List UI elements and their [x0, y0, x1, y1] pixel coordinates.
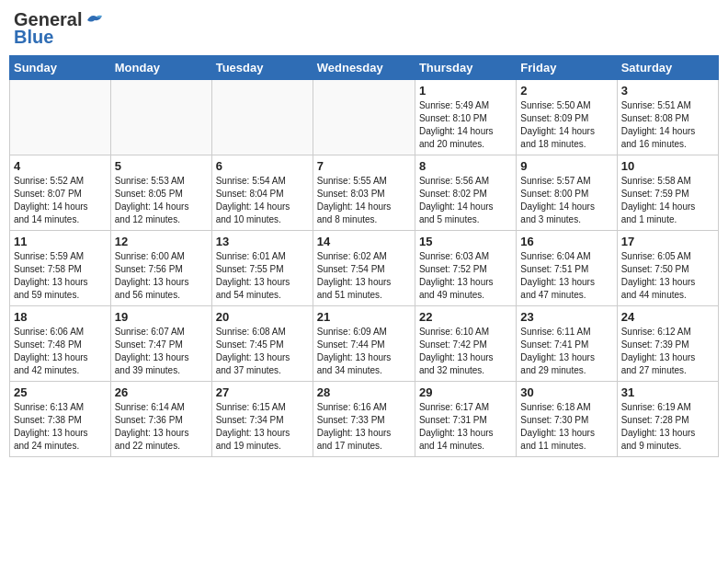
day-number: 20	[216, 310, 309, 324]
calendar-empty-cell	[110, 80, 211, 155]
calendar-day-9: 9Sunrise: 5:57 AM Sunset: 8:00 PM Daylig…	[517, 155, 617, 231]
day-number: 8	[419, 159, 512, 173]
day-number: 26	[115, 385, 208, 399]
calendar-day-15: 15Sunrise: 6:03 AM Sunset: 7:52 PM Dayli…	[415, 231, 516, 306]
day-info: Sunrise: 5:49 AM Sunset: 8:10 PM Dayligh…	[419, 99, 512, 151]
day-number: 18	[14, 310, 107, 324]
day-info: Sunrise: 6:16 AM Sunset: 7:33 PM Dayligh…	[317, 401, 411, 453]
day-info: Sunrise: 6:09 AM Sunset: 7:44 PM Dayligh…	[317, 326, 411, 377]
day-number: 27	[216, 385, 309, 399]
calendar-day-23: 23Sunrise: 6:11 AM Sunset: 7:41 PM Dayli…	[517, 306, 617, 382]
logo-bird-icon	[84, 12, 104, 29]
day-info: Sunrise: 5:57 AM Sunset: 8:00 PM Dayligh…	[520, 175, 612, 226]
calendar-day-29: 29Sunrise: 6:17 AM Sunset: 7:31 PM Dayli…	[415, 382, 516, 457]
calendar-day-16: 16Sunrise: 6:04 AM Sunset: 7:51 PM Dayli…	[517, 231, 617, 306]
day-info: Sunrise: 6:19 AM Sunset: 7:28 PM Dayligh…	[621, 401, 714, 453]
day-info: Sunrise: 6:07 AM Sunset: 7:47 PM Dayligh…	[115, 326, 208, 377]
calendar-day-2: 2Sunrise: 5:50 AM Sunset: 8:09 PM Daylig…	[517, 80, 617, 155]
calendar-day-31: 31Sunrise: 6:19 AM Sunset: 7:28 PM Dayli…	[617, 382, 718, 457]
day-number: 19	[115, 310, 208, 324]
weekday-header-tuesday: Tuesday	[211, 56, 313, 80]
calendar-day-5: 5Sunrise: 5:53 AM Sunset: 8:05 PM Daylig…	[110, 155, 211, 231]
day-info: Sunrise: 5:58 AM Sunset: 7:59 PM Dayligh…	[621, 175, 714, 226]
calendar-day-24: 24Sunrise: 6:12 AM Sunset: 7:39 PM Dayli…	[617, 306, 718, 382]
calendar-day-14: 14Sunrise: 6:02 AM Sunset: 7:54 PM Dayli…	[313, 231, 415, 306]
day-info: Sunrise: 6:01 AM Sunset: 7:55 PM Dayligh…	[216, 250, 309, 302]
calendar-day-17: 17Sunrise: 6:05 AM Sunset: 7:50 PM Dayli…	[617, 231, 718, 306]
day-info: Sunrise: 6:03 AM Sunset: 7:52 PM Dayligh…	[419, 250, 512, 302]
day-number: 4	[14, 159, 107, 173]
calendar-day-8: 8Sunrise: 5:56 AM Sunset: 8:02 PM Daylig…	[415, 155, 516, 231]
day-info: Sunrise: 5:53 AM Sunset: 8:05 PM Dayligh…	[115, 175, 208, 226]
day-number: 16	[520, 235, 612, 248]
calendar-day-18: 18Sunrise: 6:06 AM Sunset: 7:48 PM Dayli…	[10, 306, 111, 382]
day-number: 3	[621, 84, 714, 98]
weekday-header-wednesday: Wednesday	[313, 56, 415, 80]
day-number: 15	[419, 235, 512, 248]
weekday-header-thursday: Thursday	[415, 56, 516, 80]
day-number: 5	[115, 159, 208, 173]
calendar-day-7: 7Sunrise: 5:55 AM Sunset: 8:03 PM Daylig…	[313, 155, 415, 231]
day-info: Sunrise: 6:11 AM Sunset: 7:41 PM Dayligh…	[520, 326, 612, 377]
day-info: Sunrise: 5:59 AM Sunset: 7:58 PM Dayligh…	[14, 250, 107, 302]
calendar-day-1: 1Sunrise: 5:49 AM Sunset: 8:10 PM Daylig…	[415, 80, 516, 155]
day-number: 7	[317, 159, 411, 173]
calendar-day-19: 19Sunrise: 6:07 AM Sunset: 7:47 PM Dayli…	[110, 306, 211, 382]
weekday-header-monday: Monday	[110, 56, 211, 80]
day-info: Sunrise: 6:02 AM Sunset: 7:54 PM Dayligh…	[317, 250, 411, 302]
day-number: 28	[317, 385, 411, 399]
day-info: Sunrise: 5:51 AM Sunset: 8:08 PM Dayligh…	[621, 99, 714, 151]
weekday-header-friday: Friday	[517, 56, 617, 80]
day-number: 10	[621, 159, 714, 173]
day-info: Sunrise: 6:08 AM Sunset: 7:45 PM Dayligh…	[216, 326, 309, 377]
day-number: 13	[216, 235, 309, 248]
calendar-week-row: 4Sunrise: 5:52 AM Sunset: 8:07 PM Daylig…	[10, 155, 719, 231]
logo-blue: Blue	[14, 27, 53, 48]
day-info: Sunrise: 6:15 AM Sunset: 7:34 PM Dayligh…	[216, 401, 309, 453]
day-info: Sunrise: 6:18 AM Sunset: 7:30 PM Dayligh…	[520, 401, 612, 453]
calendar-day-12: 12Sunrise: 6:00 AM Sunset: 7:56 PM Dayli…	[110, 231, 211, 306]
day-info: Sunrise: 6:14 AM Sunset: 7:36 PM Dayligh…	[115, 401, 208, 453]
day-number: 29	[419, 385, 512, 399]
calendar-week-row: 1Sunrise: 5:49 AM Sunset: 8:10 PM Daylig…	[10, 80, 719, 155]
calendar-empty-cell	[313, 80, 415, 155]
day-info: Sunrise: 6:10 AM Sunset: 7:42 PM Dayligh…	[419, 326, 512, 377]
calendar-header-row: SundayMondayTuesdayWednesdayThursdayFrid…	[10, 56, 719, 80]
calendar-day-27: 27Sunrise: 6:15 AM Sunset: 7:34 PM Dayli…	[211, 382, 313, 457]
day-number: 14	[317, 235, 411, 248]
calendar-day-11: 11Sunrise: 5:59 AM Sunset: 7:58 PM Dayli…	[10, 231, 111, 306]
day-number: 11	[14, 235, 107, 248]
calendar-week-row: 11Sunrise: 5:59 AM Sunset: 7:58 PM Dayli…	[10, 231, 719, 306]
day-info: Sunrise: 5:56 AM Sunset: 8:02 PM Dayligh…	[419, 175, 512, 226]
day-number: 2	[520, 84, 612, 98]
calendar-day-4: 4Sunrise: 5:52 AM Sunset: 8:07 PM Daylig…	[10, 155, 111, 231]
calendar-empty-cell	[211, 80, 313, 155]
day-info: Sunrise: 5:50 AM Sunset: 8:09 PM Dayligh…	[520, 99, 612, 151]
calendar-day-21: 21Sunrise: 6:09 AM Sunset: 7:44 PM Dayli…	[313, 306, 415, 382]
day-number: 1	[419, 84, 512, 98]
calendar-day-25: 25Sunrise: 6:13 AM Sunset: 7:38 PM Dayli…	[10, 382, 111, 457]
day-info: Sunrise: 6:00 AM Sunset: 7:56 PM Dayligh…	[115, 250, 208, 302]
day-number: 23	[520, 310, 612, 324]
calendar-day-13: 13Sunrise: 6:01 AM Sunset: 7:55 PM Dayli…	[211, 231, 313, 306]
day-info: Sunrise: 6:13 AM Sunset: 7:38 PM Dayligh…	[14, 401, 107, 453]
page-header: General Blue	[9, 9, 719, 48]
day-number: 24	[621, 310, 714, 324]
day-number: 9	[520, 159, 612, 173]
calendar-day-3: 3Sunrise: 5:51 AM Sunset: 8:08 PM Daylig…	[617, 80, 718, 155]
calendar-day-26: 26Sunrise: 6:14 AM Sunset: 7:36 PM Dayli…	[110, 382, 211, 457]
calendar-week-row: 25Sunrise: 6:13 AM Sunset: 7:38 PM Dayli…	[10, 382, 719, 457]
day-number: 25	[14, 385, 107, 399]
logo: General Blue	[14, 9, 104, 48]
calendar-week-row: 18Sunrise: 6:06 AM Sunset: 7:48 PM Dayli…	[10, 306, 719, 382]
day-number: 30	[520, 385, 612, 399]
calendar-day-30: 30Sunrise: 6:18 AM Sunset: 7:30 PM Dayli…	[517, 382, 617, 457]
day-info: Sunrise: 6:04 AM Sunset: 7:51 PM Dayligh…	[520, 250, 612, 302]
calendar-table: SundayMondayTuesdayWednesdayThursdayFrid…	[9, 55, 719, 457]
day-info: Sunrise: 6:06 AM Sunset: 7:48 PM Dayligh…	[14, 326, 107, 377]
day-number: 6	[216, 159, 309, 173]
day-info: Sunrise: 6:17 AM Sunset: 7:31 PM Dayligh…	[419, 401, 512, 453]
weekday-header-saturday: Saturday	[617, 56, 718, 80]
day-info: Sunrise: 5:55 AM Sunset: 8:03 PM Dayligh…	[317, 175, 411, 226]
day-number: 17	[621, 235, 714, 248]
